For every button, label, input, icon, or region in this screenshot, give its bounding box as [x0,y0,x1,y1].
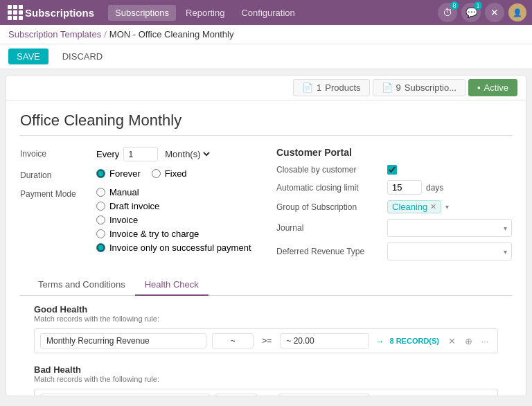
apps-menu-button[interactable] [6,3,25,22]
nav-subscriptions[interactable]: Subscriptions [108,5,176,21]
breadcrumb-parent-link[interactable]: Subscription Templates [8,29,101,39]
tabs-bar: Terms and Conditions Health Check [20,274,512,296]
deferred-select-arrow: ▾ [504,248,507,256]
tab-terms[interactable]: Terms and Conditions [28,274,135,296]
bad-health-add-icon[interactable]: ⊕ [461,394,475,396]
active-status-button[interactable]: ▪ Active [468,79,517,96]
save-button[interactable]: SAVE [8,48,48,64]
good-health-block: Good Health Match records with the follo… [34,304,498,353]
payment-invoice-option[interactable]: Invoice [96,215,256,225]
auto-closing-label: Automatic closing limit [276,183,387,193]
journal-label: Journal [276,223,387,233]
nav-configuration[interactable]: Configuration [234,5,301,21]
payment-manual-radio[interactable] [96,188,105,197]
good-health-title: Good Health [34,304,498,315]
breadcrumb-current: MON - Office Cleaning Monthly [109,29,234,39]
good-health-operator[interactable]: ~ [212,333,254,348]
clock-icon-button[interactable]: ⏱ 8 [438,3,457,22]
discard-button[interactable]: DISCARD [54,48,112,64]
group-tag-text: Cleaning [392,202,427,212]
chat-badge: 1 [474,1,482,10]
journal-field: Journal ▾ [276,219,512,237]
active-icon: ▪ [477,82,481,93]
subscriptions-button[interactable]: 📄 9 Subscriptio... [373,79,466,96]
bad-health-title: Bad Health [34,364,498,375]
bad-health-delete-icon[interactable]: ✕ [445,394,459,396]
payment-draft-radio[interactable] [96,202,105,211]
products-label: Products [325,82,360,93]
payment-draft-label: Draft invoice [109,201,159,211]
bad-health-arrow-icon: → [375,396,384,397]
duration-fixed-option[interactable]: Fixed [152,168,187,179]
form-section: Office Cleaning Monthly Invoice Every Mo… [6,100,526,396]
payment-invoice-radio[interactable] [96,215,105,224]
bad-health-value[interactable]: ~ 20.00 [278,394,369,396]
top-navigation: Subscriptions Subscriptions Reporting Co… [0,0,532,25]
nav-reporting[interactable]: Reporting [179,5,231,21]
payment-invoice-success-radio[interactable] [96,243,105,252]
duration-field-row: Duration Forever Fixed [20,168,256,180]
bad-health-operator[interactable]: ~ [215,394,257,396]
bad-health-field[interactable]: Monthly Recurring Revenue [40,394,210,396]
payment-manual-option[interactable]: Manual [96,187,256,197]
payment-invoice-label: Invoice [109,215,138,225]
good-health-value[interactable]: ~ 20.00 [280,333,369,348]
group-dropdown-arrow[interactable]: ▾ [445,203,449,211]
status-bar: 📄 1 Products 📄 9 Subscriptio... ▪ Active [6,76,526,100]
deferred-value: ▾ [387,242,512,261]
main-navigation: Subscriptions Reporting Configuration [108,5,302,21]
app-brand: Subscriptions [25,7,94,19]
auto-closing-value: days [387,180,512,195]
bad-health-block: Bad Health Match records with the follow… [34,364,498,396]
duration-forever-radio[interactable] [96,169,105,178]
duration-fixed-radio[interactable] [152,169,161,178]
user-avatar[interactable]: 👤 [508,3,526,21]
payment-invoice-try-label: Invoice & try to charge [109,229,199,239]
payment-label: Payment Mode [20,187,96,199]
invoice-value: Every Month(s) [96,147,256,161]
invoice-label: Invoice [20,147,96,159]
closable-value [387,165,512,175]
group-value: Cleaning ✕ ▾ [387,200,512,213]
subscriptions-icon: 📄 [382,82,393,93]
closable-checkbox[interactable] [387,165,397,175]
group-label: Group of Subscription [276,202,387,212]
health-section: Good Health Match records with the follo… [20,296,512,396]
good-health-subtitle: Match records with the following rule: [34,315,498,323]
payment-invoice-try-radio[interactable] [96,229,105,238]
duration-forever-label: Forever [109,168,141,179]
breadcrumb: Subscription Templates / MON - Office Cl… [0,25,532,44]
invoice-number-input[interactable] [123,147,158,161]
tab-health-check[interactable]: Health Check [135,274,209,296]
closable-label: Closable by customer [276,165,387,175]
subscriptions-label: Subscriptio... [405,82,456,93]
good-health-records[interactable]: 8 RECORD(S) [389,337,439,345]
form-right: Customer Portal Closable by customer Aut… [276,147,512,266]
close-icon-button[interactable]: ✕ [485,3,504,22]
portal-title: Customer Portal [276,147,512,158]
deferred-field: Deferred Revenue Type ▾ [276,242,512,261]
duration-forever-option[interactable]: Forever [96,168,141,179]
bad-health-actions: ✕ ⊕ ··· [445,394,492,396]
payment-manual-label: Manual [109,187,139,197]
good-health-delete-icon[interactable]: ✕ [445,334,459,348]
active-label: Active [484,82,508,93]
payment-invoice-try-option[interactable]: Invoice & try to charge [96,229,256,239]
breadcrumb-separator: / [104,29,107,39]
payment-draft-option[interactable]: Draft invoice [96,201,256,211]
auto-closing-input[interactable] [387,180,422,195]
chat-icon-button[interactable]: 💬 1 [461,3,481,22]
duration-label: Duration [20,168,96,180]
good-health-field[interactable]: Monthly Recurring Revenue [40,333,206,348]
invoice-period-select[interactable]: Month(s) [162,148,212,160]
group-tag-remove[interactable]: ✕ [430,202,436,211]
bad-health-more-icon[interactable]: ··· [478,394,492,396]
payment-invoice-success-option[interactable]: Invoice only on successful payment [96,242,256,253]
good-health-add-icon[interactable]: ⊕ [461,334,475,348]
products-button[interactable]: 📄 1 Products [293,79,370,96]
journal-select[interactable]: ▾ [387,219,512,237]
good-health-more-icon[interactable]: ··· [478,334,492,348]
topnav-right: ⏱ 8 💬 1 ✕ 👤 [438,3,526,22]
deferred-select[interactable]: ▾ [387,242,512,261]
action-bar: SAVE DISCARD [0,44,532,69]
